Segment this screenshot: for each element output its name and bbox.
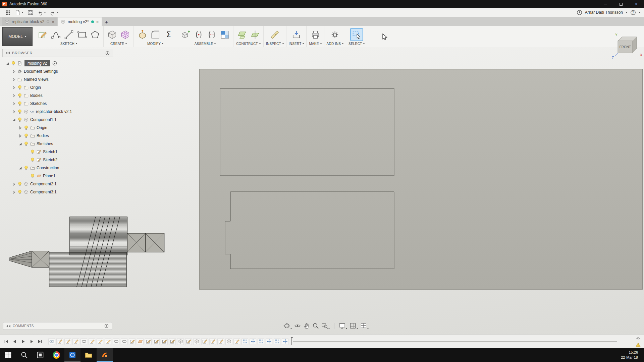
user-name[interactable]: Arnar Dadi Thorisson xyxy=(585,10,623,15)
browser-item-sketches[interactable]: Sketches xyxy=(2,140,113,148)
line-button[interactable] xyxy=(63,28,75,41)
timeline-feature-26-move[interactable] xyxy=(250,338,256,345)
visibility-bulb-icon[interactable] xyxy=(17,182,22,186)
taskbar-file-explorer-button[interactable] xyxy=(80,348,97,362)
zoom-window-button[interactable] xyxy=(321,321,330,330)
toolbar-group-dropdown[interactable]: MODIFY xyxy=(147,42,163,46)
make-3d-print-button[interactable] xyxy=(309,28,321,41)
visibility-bulb-icon[interactable] xyxy=(24,141,29,146)
measure-button[interactable] xyxy=(269,28,281,41)
browser-item-sketch1[interactable]: Sketch1 xyxy=(2,148,113,156)
zoom-button[interactable] xyxy=(312,321,320,330)
visibility-bulb-icon[interactable] xyxy=(24,125,29,130)
timeline-feature-12-plane[interactable] xyxy=(137,338,144,345)
timeline-step-back-button[interactable] xyxy=(11,338,18,345)
viewports-button[interactable] xyxy=(360,321,369,330)
toolbar-group-dropdown[interactable]: CREATE xyxy=(110,42,127,46)
toolbar-group-dropdown[interactable]: SELECT xyxy=(348,42,365,46)
comments-bar[interactable]: COMMENTS xyxy=(3,322,112,330)
minimize-button[interactable] xyxy=(598,0,613,8)
create-solid-button[interactable] xyxy=(106,28,118,41)
look-at-button[interactable] xyxy=(293,321,302,330)
new-tab-button[interactable]: + xyxy=(102,17,111,26)
save-button[interactable] xyxy=(26,9,35,16)
body-face[interactable] xyxy=(200,69,643,290)
timeline-track[interactable] xyxy=(293,341,617,342)
taskbar-start-button[interactable] xyxy=(0,348,16,362)
taskbar-task-view-button[interactable] xyxy=(32,348,48,362)
toolbar-group-dropdown[interactable]: CONSTRUCT xyxy=(236,42,261,46)
browser-item-origin[interactable]: Origin xyxy=(2,83,113,92)
timeline-feature-1-chain[interactable] xyxy=(48,338,55,345)
expander-icon[interactable] xyxy=(12,182,16,186)
fillet-button[interactable] xyxy=(149,28,161,41)
expander-icon[interactable] xyxy=(12,86,16,89)
orbit-button[interactable] xyxy=(283,321,292,330)
timeline-feature-14-sketch[interactable] xyxy=(153,338,160,345)
expander-icon[interactable] xyxy=(12,94,16,98)
timeline-play-button[interactable] xyxy=(19,338,27,345)
toolbar-group-dropdown[interactable]: INSPECT xyxy=(266,42,284,46)
browser-item-plane1[interactable]: Plane1 xyxy=(2,172,113,180)
browser-item-replicator-block-v2-1[interactable]: replicator-block v2:1 xyxy=(2,108,113,116)
timeline-feature-7-sketch[interactable] xyxy=(97,338,103,345)
scripts-and-addins-button[interactable] xyxy=(329,28,341,41)
taskbar-fusion-360-button[interactable] xyxy=(97,348,113,362)
two-point-rectangle-button[interactable] xyxy=(76,28,88,41)
warning-icon[interactable] xyxy=(636,342,641,347)
maximize-button[interactable] xyxy=(613,0,629,8)
timeline-go-to-end-button[interactable] xyxy=(36,338,44,345)
browser-item-sketches[interactable]: Sketches xyxy=(2,100,113,108)
timeline-feature-3-sketch[interactable] xyxy=(64,338,71,345)
timeline-feature-13-sketch[interactable] xyxy=(145,338,152,345)
document-tab-1[interactable]: replicator-block v2× xyxy=(2,17,57,26)
expander-icon[interactable] xyxy=(18,142,22,146)
timeline-feature-24-sketch[interactable] xyxy=(233,338,240,345)
timeline-feature-22-sketch[interactable] xyxy=(217,338,224,345)
timeline-feature-19-cube[interactable] xyxy=(193,338,200,345)
expander-icon[interactable] xyxy=(12,118,16,122)
new-component-button[interactable] xyxy=(179,28,192,41)
timeline-feature-6-sketch[interactable] xyxy=(89,338,95,345)
timeline-feature-27-pattern[interactable] xyxy=(258,338,264,345)
timeline-feature-11-sketch[interactable] xyxy=(129,338,136,345)
wireframe-model[interactable] xyxy=(8,214,168,290)
collapse-panel-icon[interactable] xyxy=(6,52,10,54)
help-icon[interactable]: ? xyxy=(630,10,636,15)
timeline-feature-28-move[interactable] xyxy=(266,338,272,345)
browser-item-component3-1[interactable]: Component3:1 xyxy=(2,188,113,196)
visibility-bulb-icon[interactable] xyxy=(17,117,22,122)
browser-item-sketch2[interactable]: Sketch2 xyxy=(2,156,113,164)
help-caret-icon[interactable] xyxy=(639,12,641,13)
spline-button[interactable] xyxy=(50,28,62,41)
timeline-feature-21-sketch[interactable] xyxy=(209,338,216,345)
timeline-feature-30-move[interactable] xyxy=(282,338,288,345)
browser-item-construction[interactable]: Construction xyxy=(2,164,113,172)
timeline-go-to-start-button[interactable] xyxy=(3,338,10,345)
timeline-feature-18-sketch[interactable] xyxy=(185,338,192,345)
expander-icon[interactable] xyxy=(12,102,16,106)
toolbar-group-dropdown[interactable]: ADD-INS xyxy=(327,42,344,46)
insert-button[interactable] xyxy=(290,28,303,41)
viewcube-front-label[interactable]: FRONT xyxy=(620,45,631,49)
timeline-playhead[interactable] xyxy=(290,337,293,346)
visibility-bulb-icon[interactable] xyxy=(24,133,29,138)
construction-plane-button[interactable] xyxy=(236,28,248,41)
visibility-bulb-icon[interactable] xyxy=(17,93,22,98)
timeline-feature-25-pattern[interactable] xyxy=(241,338,248,345)
undo-button[interactable] xyxy=(36,9,48,16)
construction-axis-button[interactable] xyxy=(249,28,261,41)
pan-button[interactable] xyxy=(303,321,311,330)
browser-item-bodies[interactable]: Bodies xyxy=(2,92,113,100)
timeline-feature-9-pill[interactable] xyxy=(113,338,119,345)
taskbar-chrome-button[interactable] xyxy=(48,348,64,362)
job-status-icon[interactable] xyxy=(577,10,582,15)
visibility-bulb-icon[interactable] xyxy=(17,109,22,114)
as-built-joint-button[interactable] xyxy=(206,28,218,41)
polygon-button[interactable] xyxy=(89,28,101,41)
display-settings-button[interactable] xyxy=(338,321,348,330)
expander-icon[interactable] xyxy=(18,134,22,138)
visibility-bulb-icon[interactable] xyxy=(24,166,29,170)
canvas-body[interactable] xyxy=(199,69,643,290)
timeline-feature-23-cube[interactable] xyxy=(225,338,232,345)
